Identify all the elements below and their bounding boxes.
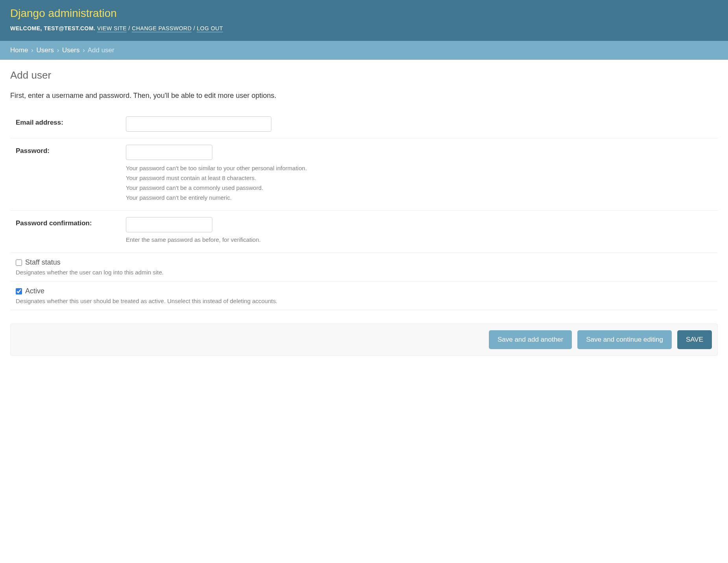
staff-status-label: Staff status (25, 258, 61, 267)
view-site-link[interactable]: VIEW SITE (97, 25, 127, 32)
breadcrumb-model[interactable]: Users (62, 46, 79, 54)
password-help-item: Your password must contain at least 8 ch… (126, 175, 718, 181)
page-intro: First, enter a username and password. Th… (10, 92, 718, 100)
password-confirm-input[interactable] (126, 217, 212, 232)
current-user: TEST@TEST.COM (44, 25, 94, 31)
active-checkbox[interactable] (16, 288, 22, 294)
save-add-another-button[interactable]: Save and add another (489, 330, 572, 349)
form-row-password: Password: Your password can't be too sim… (10, 138, 718, 211)
form-module: Email address: Password: Your password c… (10, 110, 718, 310)
welcome-label: WELCOME, (10, 25, 44, 31)
form-row-email: Email address: (10, 110, 718, 138)
password-help-item: Your password can't be a commonly used p… (126, 184, 718, 191)
breadcrumb: Home › Users › Users › Add user (0, 41, 728, 60)
active-help: Designates whether this user should be t… (16, 298, 718, 304)
password-confirm-label: Password confirmation: (16, 217, 126, 227)
content: Add user First, enter a username and pas… (0, 60, 728, 372)
log-out-link[interactable]: LOG OUT (197, 25, 223, 32)
user-tools: WELCOME, TEST@TEST.COM. VIEW SITE / CHAN… (10, 25, 718, 31)
page-title: Add user (10, 69, 718, 81)
save-continue-button[interactable]: Save and continue editing (577, 330, 672, 349)
password-label: Password: (16, 145, 126, 155)
password-input[interactable] (126, 145, 212, 160)
form-row-staff-status: Staff status Designates whether the user… (10, 253, 718, 282)
password-help-item: Your password can't be entirely numeric. (126, 194, 718, 201)
password-help-list: Your password can't be too similar to yo… (126, 165, 718, 201)
active-label: Active (25, 287, 44, 295)
staff-status-help: Designates whether the user can log into… (16, 269, 718, 276)
change-password-link[interactable]: CHANGE PASSWORD (132, 25, 192, 32)
breadcrumb-app[interactable]: Users (37, 46, 54, 54)
form-row-active: Active Designates whether this user shou… (10, 282, 718, 310)
form-row-password-confirm: Password confirmation: Enter the same pa… (10, 211, 718, 253)
save-button[interactable]: SAVE (677, 330, 712, 349)
header: Django administration WELCOME, TEST@TEST… (0, 0, 728, 41)
breadcrumb-home[interactable]: Home (10, 46, 28, 54)
password-confirm-help: Enter the same password as before, for v… (126, 236, 718, 243)
staff-status-checkbox[interactable] (16, 259, 22, 266)
password-help-item: Your password can't be too similar to yo… (126, 165, 718, 171)
email-input[interactable] (126, 116, 271, 132)
submit-row: Save and add another Save and continue e… (10, 324, 718, 356)
breadcrumb-current: Add user (88, 46, 114, 54)
email-label: Email address: (16, 116, 126, 127)
site-branding: Django administration (10, 7, 718, 20)
